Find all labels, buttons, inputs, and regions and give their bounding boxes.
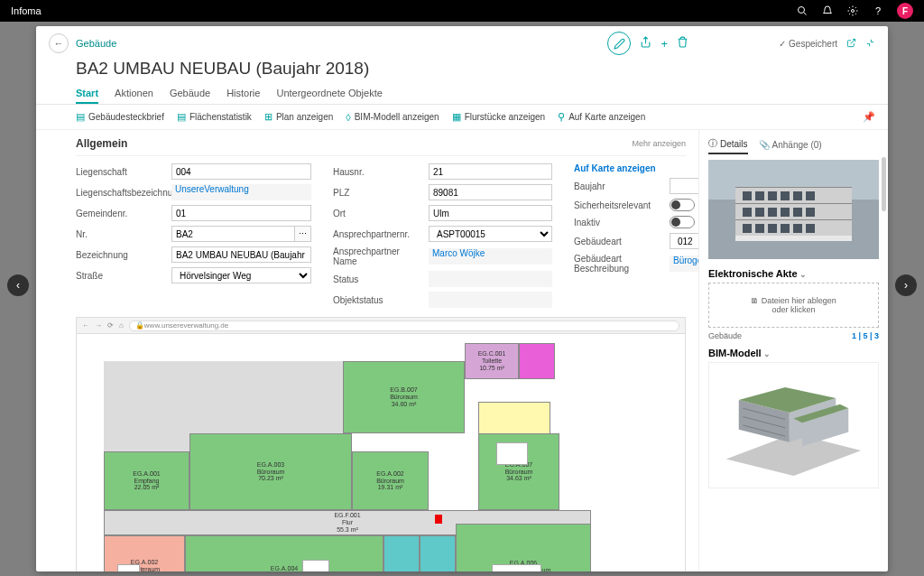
gear-icon[interactable] <box>846 5 859 17</box>
select-strasse[interactable]: Hörvelsinger Weg <box>171 267 311 283</box>
svg-line-1 <box>804 13 807 15</box>
input-hausnr[interactable] <box>429 163 552 180</box>
room-a004: EG.A.004 Büroraum 80.20 m² <box>185 535 383 571</box>
saved-status: ✓ Gespeichert <box>779 39 837 49</box>
card: ← Gebäude + ✓ Gespeichert <box>36 26 888 571</box>
share-icon[interactable] <box>640 36 651 51</box>
bell-icon[interactable] <box>821 5 834 17</box>
browser-reload-icon[interactable]: ⟳ <box>107 321 114 330</box>
tab-start[interactable]: Start <box>76 84 98 104</box>
help-icon[interactable]: ? <box>872 5 884 17</box>
label-ort: Ort <box>333 209 423 218</box>
browser-back-icon[interactable]: ← <box>82 321 89 330</box>
map-link[interactable]: Auf Karte anzeigen <box>574 163 656 173</box>
label-liegenschaft: Liegenschaft <box>76 167 166 177</box>
info-icon: ⓘ <box>708 137 717 150</box>
label-strasse: Straße <box>76 271 166 281</box>
collapse-icon[interactable] <box>865 37 875 51</box>
input-ort[interactable] <box>429 205 552 221</box>
input-baujahr[interactable] <box>670 178 698 194</box>
input-bezeichnung[interactable] <box>171 246 311 263</box>
room-magenta <box>519 343 555 379</box>
tab-gebaeude[interactable]: Gebäude <box>170 84 210 104</box>
browser-fwd-icon[interactable]: → <box>95 321 102 330</box>
prev-record-button[interactable]: ‹ <box>7 274 29 296</box>
tabs: Start Aktionen Gebäude Historie Untergeo… <box>36 84 888 105</box>
room-warte: EG.A.002 Warteraum 21.96 m² <box>104 535 185 571</box>
link-gebart-besch[interactable]: Bürogebäude (kleine) <box>670 255 698 272</box>
svg-point-2 <box>852 10 855 13</box>
search-icon[interactable] <box>796 5 808 17</box>
tool-bim[interactable]: ◊BIM-Modell anzeigen <box>346 112 439 123</box>
file-dropzone[interactable]: 🗎 Dateien hier ablegen oder klicken <box>708 283 879 328</box>
topbar: Infoma ? F <box>0 0 924 22</box>
browser-home-icon[interactable]: ⌂ <box>119 321 124 330</box>
label-sicher: Sicherheitsrelevant <box>574 200 664 210</box>
label-liegbez: Liegenschaftsbezeichnung <box>76 188 166 198</box>
breadcrumb[interactable]: Gebäude <box>76 38 116 49</box>
field-status <box>429 271 552 287</box>
side-section-bim[interactable]: BIM-Modell <box>708 348 879 358</box>
tab-aktionen[interactable]: Aktionen <box>115 84 153 104</box>
tab-untergeordnete[interactable]: Untergeordnete Objekte <box>276 84 382 104</box>
browser-url[interactable]: 🔒 www.unsereverwaltung.de <box>129 321 679 331</box>
label-hausnr: Hausnr. <box>333 167 423 177</box>
field-objstatus <box>429 292 552 308</box>
toggle-inaktiv[interactable] <box>670 216 695 228</box>
room-b007: EG.B.007 Büroraum 34.60 m² <box>343 361 465 433</box>
side-section-eakte[interactable]: Elektronische Akte <box>708 268 879 279</box>
room-a003: EG.A.003 Büroraum 70.23 m² <box>189 433 352 510</box>
select-gebart[interactable]: 012 <box>670 233 698 249</box>
show-more-link[interactable]: Mehr anzeigen <box>632 139 686 148</box>
label-nr: Nr. <box>76 229 166 239</box>
input-nr[interactable] <box>171 226 295 242</box>
tool-plan[interactable]: ⊞Plan anzeigen <box>264 111 333 123</box>
bim-model[interactable] <box>708 362 879 488</box>
label-gebart-besch: Gebäudeart Beschreibung <box>574 254 664 274</box>
side-tab-details[interactable]: ⓘDetails <box>708 137 748 154</box>
label-baujahr: Baujahr <box>574 181 664 191</box>
room-a001: EG.A.001 Empfang 22.05 m² <box>104 451 189 510</box>
floor-plan: ← → ⟳ ⌂ 🔒 www.unsereverwaltung.de EG.F.0… <box>76 317 686 571</box>
pin-icon[interactable]: 📌 <box>863 111 875 123</box>
room-teal2 <box>420 535 456 571</box>
label-objstatus: Objektstatus <box>333 295 423 305</box>
label-anspname: Ansprechpartner Name <box>333 246 423 266</box>
input-gemeindenr[interactable] <box>171 205 311 221</box>
label-anspnr: Ansprechpartnernr. <box>333 229 423 239</box>
tool-steckbrief[interactable]: ▤Gebäudesteckbrief <box>76 111 164 123</box>
side-panel: ⓘDetails 📎Anhänge (0) Elektronische Akte… <box>698 130 888 571</box>
new-icon[interactable]: + <box>661 37 668 51</box>
scrollbar[interactable] <box>882 157 886 211</box>
side-tab-attachments[interactable]: 📎Anhänge (0) <box>759 137 822 154</box>
link-liegbez[interactable]: UnsereVerwaltung <box>171 184 311 200</box>
label-plz: PLZ <box>333 188 423 198</box>
delete-icon[interactable] <box>677 36 688 51</box>
back-button[interactable]: ← <box>49 33 69 53</box>
label-status: Status <box>333 274 423 284</box>
label-gebart: Gebäudeart <box>574 237 664 246</box>
popout-icon[interactable] <box>846 37 856 51</box>
input-liegenschaft[interactable] <box>171 163 311 180</box>
label-bezeichnung: Bezeichnung <box>76 250 166 260</box>
link-anspname[interactable]: Marco Wöjke <box>429 248 552 265</box>
main-content: Allgemein Mehr anzeigen Liegenschaft Lie… <box>36 130 698 571</box>
app-title: Infoma <box>11 5 796 16</box>
next-record-button[interactable]: › <box>895 274 917 296</box>
avatar[interactable]: F <box>897 3 913 19</box>
tab-historie[interactable]: Historie <box>226 84 260 104</box>
fire-extinguisher-icon <box>435 515 442 524</box>
svg-point-0 <box>799 7 805 14</box>
footer-nums[interactable]: 1 | 5 | 3 <box>852 331 879 340</box>
tool-flaechenstat[interactable]: ▤Flächenstatistik <box>177 111 252 123</box>
select-anspnr[interactable]: ASPT00015 <box>429 226 552 242</box>
lookup-nr-button[interactable]: ⋯ <box>295 226 311 242</box>
label-inaktiv: Inaktiv <box>574 218 664 228</box>
toggle-sicher[interactable] <box>670 199 695 211</box>
toolbar: ▤Gebäudesteckbrief ▤Flächenstatistik ⊞Pl… <box>36 105 888 130</box>
tool-karte[interactable]: ⚲Auf Karte anzeigen <box>558 111 645 123</box>
edit-button[interactable] <box>607 32 631 55</box>
room-toilet: EG.C.001 Toilette 10.75 m² <box>465 343 519 379</box>
input-plz[interactable] <box>429 184 552 200</box>
tool-flurstuecke[interactable]: ▦Flurstücke anzeigen <box>452 111 546 123</box>
